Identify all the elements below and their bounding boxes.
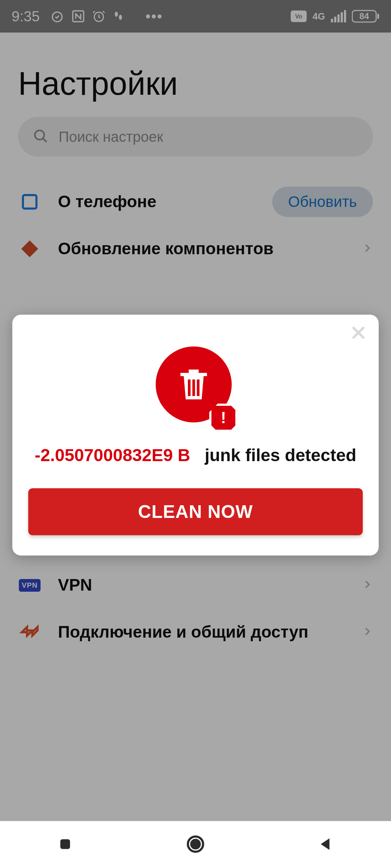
junk-trash-icon: ! [156,346,235,430]
system-nav-bar [0,821,391,868]
back-icon [317,835,335,854]
settings-screen: Настройки Поиск настроек О телефоне Обно… [0,33,391,821]
svg-rect-22 [192,379,195,396]
svg-rect-23 [197,379,199,396]
recents-icon [57,836,73,854]
nav-recents-button[interactable] [29,821,101,868]
close-icon [350,324,367,342]
dialog-message: -2.0507000832E9 B junk files detected [28,444,363,467]
nav-back-button[interactable] [290,821,362,868]
nav-home-button[interactable] [159,821,232,868]
home-icon [185,834,206,856]
dialog-close-button[interactable] [348,323,369,344]
clean-now-button[interactable]: CLEAN NOW [28,488,363,535]
svg-rect-24 [60,839,70,849]
svg-point-26 [191,840,199,848]
junk-size-value: -2.0507000832E9 B [35,446,190,465]
junk-files-dialog: ! -2.0507000832E9 B junk files detected … [12,315,379,556]
junk-detected-text: junk files detected [205,446,356,465]
svg-rect-21 [188,379,190,396]
